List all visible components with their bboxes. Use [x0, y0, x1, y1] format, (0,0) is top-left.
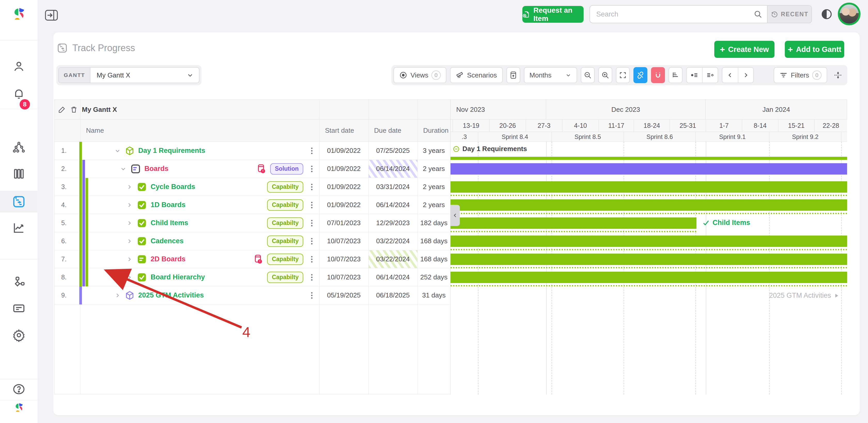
- expand-chevron[interactable]: [120, 165, 127, 172]
- task-bar[interactable]: [451, 163, 847, 174]
- outdent-button[interactable]: [687, 68, 702, 83]
- theme-toggle[interactable]: [821, 8, 832, 20]
- table-row[interactable]: 6. Cadences Capabilty 10/07/2023 03/22/2…: [55, 232, 450, 250]
- row-menu-button[interactable]: [307, 219, 319, 228]
- start-date[interactable]: 05/19/2025: [319, 286, 368, 304]
- col-name[interactable]: Name: [80, 127, 319, 134]
- zoom-level-select[interactable]: Months: [524, 67, 577, 83]
- col-duration[interactable]: Duration: [417, 127, 450, 134]
- item-name[interactable]: Board Hierarchy: [151, 273, 205, 281]
- sidebar-item-help[interactable]: [0, 383, 37, 396]
- sidebar-item-hierarchy[interactable]: [0, 141, 37, 155]
- user-avatar[interactable]: [838, 3, 861, 25]
- due-date[interactable]: 03/22/2024: [368, 250, 417, 268]
- table-row[interactable]: 2. Boards !Solution 01/09/2022 06/14/202…: [55, 160, 450, 178]
- row-menu-button[interactable]: [307, 164, 319, 173]
- zoom-out-button[interactable]: [581, 67, 595, 83]
- task-bar[interactable]: [451, 235, 847, 247]
- request-item-button[interactable]: Request an Item: [522, 6, 584, 23]
- sidebar-item-gantt[interactable]: [0, 195, 37, 208]
- summary-bar[interactable]: [451, 157, 847, 160]
- table-row[interactable]: 7. 2D Boards !Capabilty 10/07/2023 03/22…: [55, 250, 450, 268]
- item-name[interactable]: Day 1 Requirements: [138, 147, 206, 155]
- duration[interactable]: 31 days: [417, 286, 450, 304]
- offscreen-task-label[interactable]: 2025 GTM Activities: [769, 292, 839, 299]
- task-bar[interactable]: [451, 181, 847, 193]
- item-name[interactable]: Boards: [145, 165, 168, 173]
- add-to-gantt-button[interactable]: + Add to Gantt: [785, 41, 844, 58]
- table-row[interactable]: 9. 2025 GTM Activities 05/19/2025 06/18/…: [55, 286, 450, 304]
- duration[interactable]: 2 years: [417, 196, 450, 214]
- table-row[interactable]: 8. Board Hierarchy Capabilty 10/07/2023 …: [55, 268, 450, 286]
- collapse-table-handle[interactable]: [451, 205, 460, 226]
- sidebar-item-notifications[interactable]: [0, 87, 37, 100]
- col-start-date[interactable]: Start date: [319, 127, 368, 134]
- edit-icon[interactable]: [58, 106, 66, 113]
- recent-button[interactable]: RECENT: [767, 6, 811, 23]
- start-date[interactable]: 07/01/2023: [319, 214, 368, 232]
- item-name[interactable]: Child Items: [151, 219, 188, 227]
- item-name[interactable]: Cycle Boards: [151, 183, 195, 191]
- row-menu-button[interactable]: [307, 237, 319, 246]
- col-due-date[interactable]: Due date: [368, 127, 417, 134]
- unlink-dependencies-button[interactable]: [633, 67, 647, 83]
- app-logo[interactable]: [0, 7, 37, 23]
- due-date[interactable]: 03/31/2024: [368, 178, 417, 196]
- due-date[interactable]: 06/14/2024: [368, 196, 417, 214]
- filters-button[interactable]: Filters 0: [774, 67, 827, 83]
- zoom-in-button[interactable]: [598, 67, 612, 83]
- sidebar-item-settings[interactable]: [0, 328, 37, 342]
- table-row[interactable]: 3. Cycle Boards Capabilty 01/09/2022 03/…: [55, 178, 450, 196]
- duration[interactable]: 252 days: [417, 268, 450, 286]
- row-menu-button[interactable]: [307, 273, 319, 282]
- expand-chevron[interactable]: [126, 183, 133, 191]
- start-date[interactable]: 01/09/2022: [319, 178, 368, 196]
- start-date[interactable]: 01/09/2022: [319, 196, 368, 214]
- progress-bars-button[interactable]: [669, 67, 683, 83]
- views-button[interactable]: Views 0: [394, 67, 446, 83]
- expand-chevron[interactable]: [126, 237, 133, 245]
- due-date[interactable]: 06/14/2024: [368, 160, 417, 178]
- due-date[interactable]: 12/29/2023: [368, 214, 417, 232]
- row-menu-button[interactable]: [307, 291, 319, 300]
- fullscreen-button[interactable]: [616, 67, 630, 83]
- indent-button[interactable]: [702, 68, 718, 83]
- due-date[interactable]: 06/14/2024: [368, 268, 417, 286]
- gantt-selector[interactable]: GANTT My Gantt X: [58, 67, 199, 83]
- expand-chevron[interactable]: [126, 201, 133, 209]
- sidebar-item-profile[interactable]: [0, 60, 37, 73]
- task-bar[interactable]: [451, 218, 696, 229]
- row-menu-button[interactable]: [307, 147, 319, 155]
- duration[interactable]: 3 years: [417, 142, 450, 160]
- trash-icon[interactable]: [70, 106, 78, 113]
- expand-chevron[interactable]: [114, 292, 121, 299]
- collapse-rows-button[interactable]: [831, 67, 845, 83]
- scenarios-button[interactable]: Scenarios: [450, 67, 503, 83]
- table-row[interactable]: 4. 1D Boards Capabilty 01/09/2022 06/14/…: [55, 196, 450, 214]
- due-date[interactable]: 03/22/2024: [368, 232, 417, 250]
- duration[interactable]: 2 years: [417, 178, 450, 196]
- due-date[interactable]: 07/25/2025: [368, 142, 417, 160]
- expand-chevron[interactable]: [126, 220, 133, 227]
- task-bar[interactable]: [451, 254, 847, 265]
- sidebar-item-comments[interactable]: [0, 302, 37, 315]
- row-menu-button[interactable]: [307, 183, 319, 191]
- sidebar-item-workflows[interactable]: [0, 276, 37, 289]
- scroll-left-button[interactable]: [722, 68, 738, 83]
- task-bar[interactable]: [451, 272, 847, 283]
- start-date[interactable]: 01/09/2022: [319, 160, 368, 178]
- duration[interactable]: 2 years: [417, 160, 450, 178]
- start-date[interactable]: 01/09/2022: [319, 142, 368, 160]
- create-new-button[interactable]: + Create New: [714, 41, 774, 58]
- scroll-right-button[interactable]: [738, 68, 753, 83]
- row-menu-button[interactable]: [307, 201, 319, 209]
- item-name[interactable]: 1D Boards: [151, 201, 185, 209]
- start-date[interactable]: 10/07/2023: [319, 268, 368, 286]
- sidebar-item-insights[interactable]: [0, 221, 37, 234]
- expand-panel-button[interactable]: [45, 9, 58, 21]
- search-icon[interactable]: [753, 6, 767, 23]
- table-row[interactable]: 1. Day 1 Requirements 01/09/2022 07/25/2…: [55, 142, 450, 160]
- expand-chevron[interactable]: [126, 274, 133, 281]
- due-date[interactable]: 06/18/2025: [368, 286, 417, 304]
- table-row[interactable]: 5. Child Items Capabilty 07/01/2023 12/2…: [55, 214, 450, 232]
